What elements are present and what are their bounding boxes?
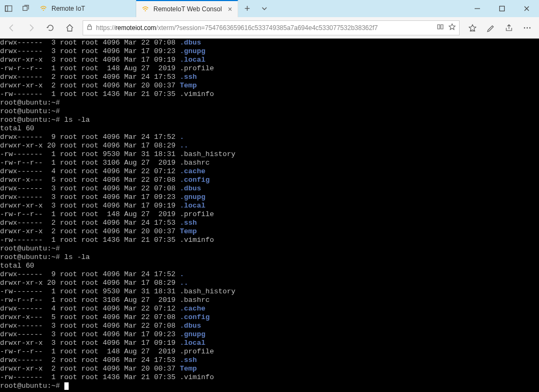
notes-button[interactable]	[482, 19, 499, 36]
close-tab-icon[interactable]: ×	[228, 5, 232, 13]
tab-web-console[interactable]: RemoteIoT Web Consol ×	[136, 0, 238, 17]
back-button[interactable]	[3, 19, 20, 36]
wifi-icon	[142, 5, 149, 13]
tab-overflow-button[interactable]	[256, 0, 272, 17]
lock-icon	[86, 24, 93, 32]
forward-button[interactable]	[23, 19, 40, 36]
svg-rect-2	[23, 6, 27, 11]
svg-rect-5	[88, 26, 92, 29]
set-aside-tabs-button[interactable]	[17, 0, 34, 17]
tab-remote-iot[interactable]: Remote IoT	[34, 0, 136, 17]
svg-rect-0	[5, 6, 12, 12]
window-controls	[465, 0, 539, 17]
svg-point-6	[524, 27, 525, 28]
svg-rect-4	[500, 6, 505, 11]
sidebar-toggle-button[interactable]	[0, 0, 17, 17]
close-window-button[interactable]	[514, 0, 539, 17]
new-tab-button[interactable]: +	[238, 0, 256, 17]
svg-point-8	[529, 27, 530, 28]
favorite-icon[interactable]	[448, 23, 456, 32]
share-button[interactable]	[500, 19, 518, 36]
svg-rect-1	[5, 6, 8, 12]
address-bar[interactable]: https://remoteiot.com/xterm/?session=754…	[83, 20, 460, 35]
maximize-button[interactable]	[490, 0, 514, 17]
tab-strip: Remote IoT RemoteIoT Web Consol × +	[34, 0, 465, 17]
home-button[interactable]	[61, 19, 78, 36]
svg-point-7	[527, 27, 528, 28]
browser-toolbar: https://remoteiot.com/xterm/?session=754…	[0, 17, 539, 39]
tab-label: RemoteIoT Web Consol	[153, 5, 222, 13]
window-titlebar: Remote IoT RemoteIoT Web Consol × +	[0, 0, 539, 17]
favorites-button[interactable]	[464, 19, 481, 36]
reading-view-icon[interactable]	[437, 23, 444, 32]
terminal-cursor	[64, 382, 69, 390]
minimize-button[interactable]	[465, 0, 490, 17]
tab-label: Remote IoT	[51, 5, 85, 12]
url-text: https://remoteiot.com/xterm/?session=754…	[96, 24, 433, 32]
terminal-output[interactable]: drwx------ 3 root root 4096 Mar 22 07:08…	[0, 39, 539, 390]
wifi-icon	[40, 5, 47, 12]
more-button[interactable]	[519, 19, 536, 36]
refresh-button[interactable]	[42, 19, 59, 36]
